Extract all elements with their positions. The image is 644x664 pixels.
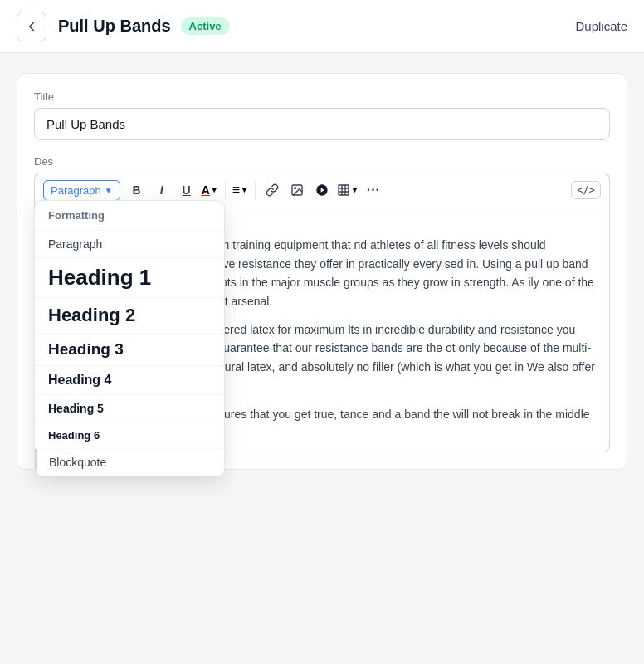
chevron-down-icon: ▼ <box>105 186 113 195</box>
align-button[interactable]: ≡ ▼ <box>231 183 250 198</box>
underline-button[interactable]: U <box>175 178 198 202</box>
chevron-down-icon: ▼ <box>351 186 359 194</box>
format-h5[interactable]: Heading 5 <box>35 395 224 422</box>
chevron-down-icon: ▼ <box>241 186 248 194</box>
svg-rect-4 <box>339 185 349 195</box>
code-button[interactable]: </> <box>571 181 601 199</box>
format-blockquote[interactable]: Blockquote <box>35 449 224 476</box>
italic-button[interactable]: I <box>150 178 173 202</box>
editor-card: Title Des Paragraph ▼ B I U A ▼ ≡ ▼ <box>17 73 627 470</box>
divider <box>225 181 226 199</box>
image-button[interactable] <box>285 178 309 202</box>
title-input[interactable] <box>34 108 610 140</box>
format-select[interactable]: Paragraph ▼ <box>43 180 120 201</box>
video-button[interactable] <box>310 178 334 202</box>
format-select-label: Paragraph <box>51 184 101 197</box>
formatting-dropdown: Formatting Paragraph Heading 1 Heading 2… <box>34 200 225 476</box>
more-button[interactable]: ··· <box>362 178 385 202</box>
table-button[interactable]: ▼ <box>335 183 360 197</box>
format-h4[interactable]: Heading 4 <box>35 366 224 395</box>
format-h1[interactable]: Heading 1 <box>35 258 224 298</box>
bold-button[interactable]: B <box>125 178 149 202</box>
format-h3[interactable]: Heading 3 <box>35 334 224 366</box>
svg-point-1 <box>295 188 296 189</box>
status-badge: Active <box>181 17 230 35</box>
format-h6[interactable]: Heading 6 <box>35 422 224 449</box>
title-label: Title <box>34 90 610 103</box>
color-button[interactable]: A ▼ <box>200 183 220 197</box>
dropdown-header: Formatting <box>35 201 224 231</box>
page-title: Pull Up Bands <box>58 17 171 36</box>
chevron-down-icon: ▼ <box>211 186 218 194</box>
back-button[interactable] <box>17 12 46 42</box>
format-paragraph[interactable]: Paragraph <box>35 231 224 258</box>
divider <box>255 181 256 199</box>
main-content: Title Des Paragraph ▼ B I U A ▼ ≡ ▼ <box>0 53 644 490</box>
align-icon: ≡ <box>232 183 240 198</box>
desc-label: Des <box>34 155 610 168</box>
format-h2[interactable]: Heading 2 <box>35 298 224 334</box>
page-header: Pull Up Bands Active Duplicate <box>0 0 644 53</box>
link-button[interactable] <box>261 178 284 202</box>
color-icon: A <box>202 183 210 197</box>
duplicate-button[interactable]: Duplicate <box>575 19 627 33</box>
